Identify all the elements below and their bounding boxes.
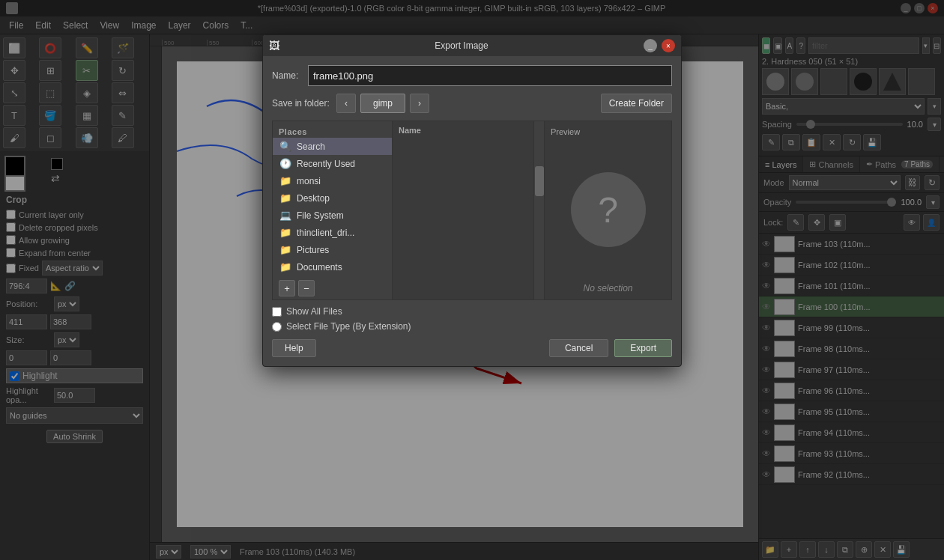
files-scrollbar[interactable]	[533, 121, 544, 299]
place-pictures[interactable]: 📁 Pictures	[273, 241, 392, 258]
no-selection-label: No selection	[583, 283, 632, 293]
preview-panel: Preview ? No selection	[544, 121, 671, 299]
export-button[interactable]: Export	[614, 339, 672, 357]
cancel-button[interactable]: Cancel	[549, 339, 608, 357]
dialog-title: Export Image	[284, 40, 639, 51]
dialog-app-icon: 🖼	[269, 40, 279, 52]
show-all-files-label: Show All Files	[286, 306, 342, 317]
files-panel[interactable]: Name	[393, 121, 533, 299]
documents-icon: 📁	[279, 261, 292, 273]
place-desktop-label: Desktop	[297, 193, 330, 204]
place-add-remove: + −	[273, 277, 392, 299]
pictures-icon: 📁	[279, 244, 292, 255]
place-documents-label: Documents	[297, 262, 342, 273]
search-icon: 🔍	[279, 141, 292, 152]
place-recently-used-label: Recently Used	[297, 159, 355, 169]
place-thinclient[interactable]: 📁 thinclient_dri...	[273, 224, 392, 241]
show-all-row: Show All Files	[272, 306, 672, 317]
dialog-close-btn[interactable]: ×	[662, 39, 675, 52]
add-bookmark-btn[interactable]: +	[279, 280, 295, 296]
files-header: Name	[396, 124, 530, 136]
preview-placeholder: ?	[571, 172, 646, 247]
preview-label: Preview	[551, 127, 580, 136]
filename-input[interactable]	[308, 65, 672, 86]
dialog-body: Name: Save in folder: ‹ gimp › Create Fo…	[263, 56, 681, 366]
place-search-label: Search	[297, 141, 325, 152]
name-row: Name:	[272, 65, 672, 86]
help-button[interactable]: Help	[272, 339, 316, 357]
name-label: Name:	[272, 70, 302, 81]
place-desktop[interactable]: 📁 Desktop	[273, 189, 392, 207]
filetype-label: Select File Type (By Extension)	[286, 321, 411, 332]
dialog-titlebar: 🖼 Export Image _ ×	[263, 35, 681, 56]
place-thinclient-label: thinclient_dri...	[297, 228, 354, 238]
place-filesystem[interactable]: 💻 File System	[273, 207, 392, 224]
thinclient-icon: 📁	[279, 227, 292, 238]
monsi-icon: 📁	[279, 175, 292, 186]
place-documents[interactable]: 📁 Documents	[273, 258, 392, 276]
scroll-thumb[interactable]	[535, 166, 544, 196]
filesystem-icon: 💻	[279, 210, 292, 221]
place-monsi[interactable]: 📁 monsi	[273, 172, 392, 189]
folder-row: Save in folder: ‹ gimp › Create Folder	[272, 94, 672, 113]
remove-bookmark-btn[interactable]: −	[298, 280, 315, 296]
dialog-overlay: 🖼 Export Image _ × Name: Save in folder:…	[0, 0, 944, 560]
dialog-buttons: Help Cancel Export	[272, 339, 672, 357]
place-monsi-label: monsi	[297, 176, 321, 186]
places-panel: Places 🔍 Search 🕐 Recently Used 📁 monsi	[273, 121, 393, 299]
export-dialog: 🖼 Export Image _ × Name: Save in folder:…	[262, 34, 682, 367]
current-folder-button[interactable]: gimp	[360, 94, 405, 113]
forward-button[interactable]: ›	[410, 94, 429, 113]
place-pictures-label: Pictures	[297, 245, 329, 255]
save-in-label: Save in folder:	[272, 98, 332, 109]
place-filesystem-label: File System	[297, 210, 344, 221]
file-browser: Places 🔍 Search 🕐 Recently Used 📁 monsi	[272, 121, 672, 300]
places-title: Places	[273, 124, 392, 138]
desktop-icon: 📁	[279, 192, 292, 204]
filetype-row: Select File Type (By Extension)	[272, 321, 672, 332]
place-search[interactable]: 🔍 Search	[273, 138, 392, 155]
back-button[interactable]: ‹	[336, 94, 356, 113]
create-folder-button[interactable]: Create Folder	[601, 94, 672, 113]
recently-used-icon: 🕐	[279, 158, 292, 169]
dialog-minimize-btn[interactable]: _	[644, 39, 657, 52]
place-recently-used[interactable]: 🕐 Recently Used	[273, 155, 392, 172]
show-all-files-checkbox[interactable]	[272, 307, 282, 317]
filetype-radio[interactable]	[272, 322, 282, 332]
